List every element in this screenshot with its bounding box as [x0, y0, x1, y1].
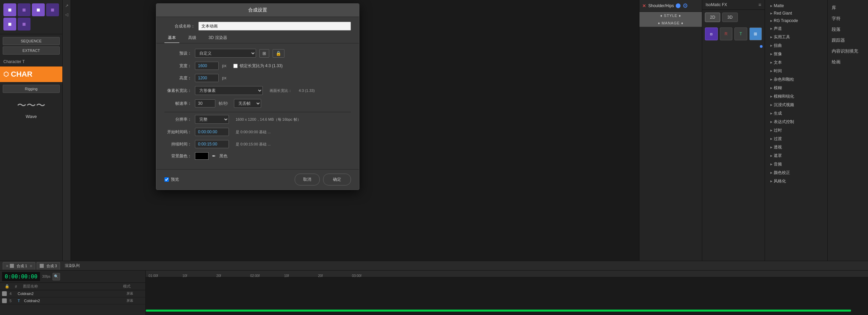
- color-picker-button[interactable]: ✒: [212, 153, 216, 159]
- tool-expand[interactable]: ◁: [64, 12, 70, 18]
- far-right-tracker[interactable]: 跟踪器: [829, 35, 867, 45]
- purple-square-1[interactable]: ■: [3, 3, 16, 16]
- sequence-button[interactable]: SEQUENCE: [3, 37, 60, 45]
- effect-color[interactable]: 颜色校正: [768, 169, 825, 177]
- layer-1-mode: 屏幕: [126, 291, 143, 296]
- resolution-select[interactable]: 完整: [195, 115, 229, 124]
- preset-row: 预设： 自定义 ⊞ 🔒: [164, 49, 351, 58]
- rigging-button[interactable]: Rigging: [3, 85, 60, 93]
- iso-icon-4[interactable]: ⊞: [749, 27, 762, 40]
- manage-bar[interactable]: ♦ MANAGE ♦: [639, 19, 702, 27]
- cancel-button[interactable]: 取消: [295, 174, 320, 185]
- effect-distort[interactable]: 扭曲: [768, 41, 825, 50]
- iso-3d-button[interactable]: 3D: [722, 13, 737, 22]
- iso-2d-button[interactable]: 2D: [705, 13, 720, 22]
- effect-audio2[interactable]: 音频: [768, 160, 825, 169]
- ok-button[interactable]: 确定: [323, 174, 351, 185]
- layer-1-lock[interactable]: [2, 291, 7, 296]
- main-container: ■ ■ ■ ■ ■ ■ SEQUENCE EXTRACT Character T: [0, 0, 868, 315]
- height-input[interactable]: [195, 74, 219, 82]
- shoulder-title: Shoulder/Hips: [648, 3, 674, 8]
- purple-square-6[interactable]: ■: [18, 18, 31, 31]
- effect-obsolete[interactable]: 过时: [768, 126, 825, 135]
- effect-text[interactable]: 文本: [768, 58, 825, 67]
- pixel-aspect-select[interactable]: 方形像素: [195, 86, 263, 95]
- timeline-tab-comp3[interactable]: 合成 3: [37, 262, 60, 270]
- iso-icon-2[interactable]: R: [720, 27, 733, 40]
- effect-generate[interactable]: 生成: [768, 109, 825, 118]
- effect-expression[interactable]: 表达式控制: [768, 118, 825, 126]
- effect-matte[interactable]: Matte: [768, 2, 825, 9]
- start-timecode-input[interactable]: [195, 128, 229, 136]
- effect-blur-sharpen[interactable]: 模糊和锐化: [768, 92, 825, 101]
- iso-icon-3[interactable]: T: [734, 27, 747, 40]
- extract-button[interactable]: EXTRACT: [3, 46, 60, 55]
- width-input[interactable]: [195, 62, 219, 70]
- effect-blur[interactable]: 模糊: [768, 84, 825, 92]
- effect-rg-trapcode[interactable]: RG Trapcode: [768, 17, 825, 24]
- far-right-character[interactable]: 字符: [829, 14, 867, 24]
- far-right-content-fill[interactable]: 内容识别填充: [829, 46, 867, 56]
- far-right-library[interactable]: 库: [829, 3, 867, 13]
- far-right-paint[interactable]: 绘画: [829, 57, 867, 67]
- fps-input[interactable]: [195, 99, 215, 107]
- effect-utility[interactable]: 实用工具: [768, 33, 825, 41]
- effect-immersive[interactable]: 沉浸式视频: [768, 101, 825, 109]
- purple-square-2[interactable]: ■: [18, 3, 31, 16]
- dialog-tab-3d[interactable]: 3D 渲染器: [205, 33, 231, 43]
- timeline-tab-comp1[interactable]: ✕ 合成 1 ≡: [3, 262, 35, 270]
- search-btn[interactable]: 🔍: [53, 273, 60, 280]
- blue-dot: [676, 3, 680, 8]
- render-queue-tab[interactable]: 渲染队列: [61, 262, 83, 269]
- ruler-mark-4: 10f: [284, 274, 289, 278]
- purple-square-3[interactable]: ■: [32, 3, 45, 16]
- preset-icon-btn[interactable]: ⊞: [259, 49, 269, 58]
- effect-perspective[interactable]: 透视: [768, 143, 825, 152]
- timeline-tracks: [146, 277, 868, 315]
- preview-checkbox-input[interactable]: [164, 177, 169, 182]
- iso-menu-icon[interactable]: ≡: [758, 2, 761, 7]
- composition-name-input[interactable]: [198, 22, 351, 31]
- effect-transition[interactable]: 过渡: [768, 135, 825, 143]
- effect-noise[interactable]: 杂色和颗粒: [768, 75, 825, 84]
- effect-red-giant[interactable]: Red Giant: [768, 9, 825, 17]
- preview-checkbox[interactable]: 预览: [164, 177, 179, 182]
- lock-col-header: 🔒: [2, 284, 12, 289]
- shoulder-icon: ⚙: [683, 2, 688, 9]
- lock-checkbox-input[interactable]: [233, 64, 238, 68]
- duration-input[interactable]: [195, 140, 229, 148]
- fps-label: 帧速率：: [164, 101, 192, 106]
- bg-color-swatch[interactable]: [195, 152, 209, 160]
- preview-label: 预览: [171, 177, 179, 182]
- layer-2-lock[interactable]: [2, 298, 7, 303]
- layer-row-2: 5 T Coldrain2 屏幕: [0, 297, 145, 304]
- purple-square-4[interactable]: ■: [46, 3, 59, 16]
- tab-comp1-close[interactable]: ✕: [6, 264, 8, 268]
- dialog-tab-advanced[interactable]: 高级: [185, 33, 200, 43]
- tab-comp3-label: 合成 3: [46, 263, 57, 269]
- time-display[interactable]: 0:00:00:00: [2, 272, 40, 281]
- effect-mask[interactable]: 遮罩: [768, 152, 825, 160]
- effect-audio[interactable]: 声道: [768, 24, 825, 33]
- dialog-footer-buttons: 取消 确定: [295, 174, 351, 185]
- effect-style[interactable]: 风格化: [768, 177, 825, 185]
- dialog-title-bar: 合成设置: [156, 4, 359, 17]
- purple-square-5[interactable]: ■: [3, 18, 16, 31]
- close-icon[interactable]: ✕: [642, 3, 646, 8]
- effect-time[interactable]: 时间: [768, 67, 825, 75]
- preset-select[interactable]: 自定义: [195, 49, 256, 58]
- tool-arrow[interactable]: ↗: [64, 3, 70, 9]
- preset-lock-btn[interactable]: 🔒: [273, 49, 284, 58]
- iso-icon-1[interactable]: ⧈: [705, 27, 718, 40]
- dialog-tab-basic[interactable]: 基本: [164, 33, 179, 43]
- tab-comp1-color: [10, 264, 14, 268]
- layer-2-mode: 屏幕: [126, 298, 143, 303]
- drop-frame-select[interactable]: 无丢帧: [234, 99, 261, 108]
- height-label: 高度：: [164, 75, 192, 81]
- style-bar[interactable]: ♦ STYLE ♦: [639, 12, 702, 19]
- ruler-mark-1: 10f: [182, 274, 187, 278]
- effect-keying[interactable]: 抠像: [768, 50, 825, 58]
- lock-aspect-checkbox[interactable]: 锁定长宽比为 4:3 (1.33): [233, 63, 283, 69]
- timeline-green-bar: [146, 310, 851, 312]
- far-right-paragraph[interactable]: 段落: [829, 24, 867, 35]
